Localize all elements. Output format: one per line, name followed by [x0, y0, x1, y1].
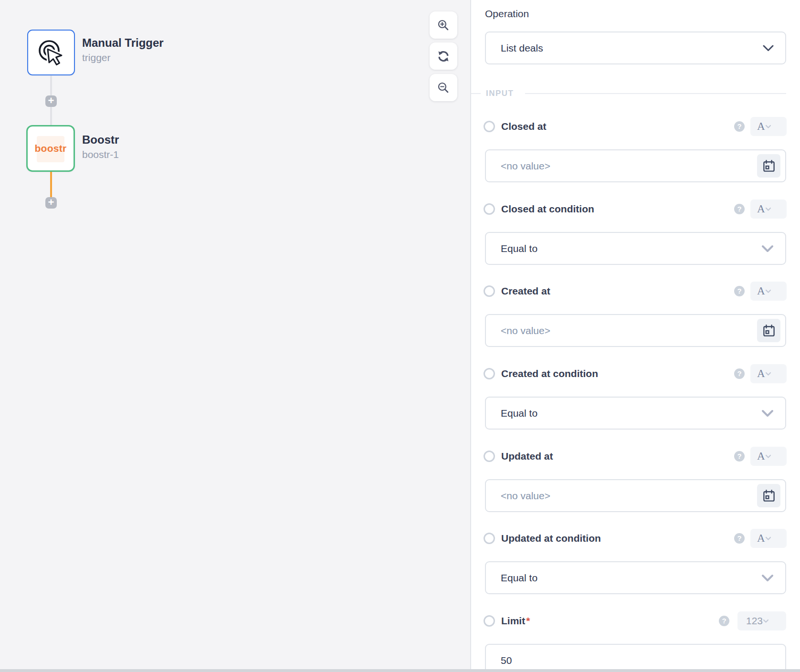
- field-label: Created at: [501, 285, 550, 297]
- chevron-down-icon: [765, 536, 771, 541]
- section-divider-line: [471, 93, 481, 94]
- calendar-button[interactable]: [757, 319, 780, 342]
- text-type-badge[interactable]: A: [750, 364, 787, 383]
- workflow-canvas[interactable]: Manual Trigger trigger + boostr Boostr b…: [0, 0, 470, 672]
- field-label: Updated at: [501, 451, 553, 462]
- field-label: Closed at condition: [501, 203, 594, 215]
- field-toggle-circle[interactable]: [484, 368, 495, 379]
- text-type-badge[interactable]: A: [750, 200, 787, 219]
- condition-select[interactable]: Equal to: [485, 232, 786, 265]
- manual-trigger-icon: [36, 38, 66, 67]
- chevron-down-icon: [761, 410, 774, 417]
- field-row: Updated at?A: [471, 451, 800, 462]
- placeholder-text: <no value>: [501, 160, 550, 172]
- condition-select[interactable]: Equal to: [485, 397, 786, 430]
- select-value: Equal to: [501, 572, 537, 584]
- placeholder-text: <no value>: [501, 490, 550, 502]
- date-input[interactable]: <no value>: [485, 314, 786, 347]
- type-badge-label: A: [757, 368, 765, 380]
- operation-label: Operation: [485, 8, 529, 20]
- type-badge-label: A: [757, 285, 765, 297]
- field-row: Limit*?123: [471, 615, 800, 627]
- input-section-label: INPUT: [486, 89, 514, 98]
- node-title: Boostr: [82, 133, 119, 147]
- type-badge-label: A: [757, 532, 765, 545]
- help-icon[interactable]: ?: [734, 121, 745, 132]
- node-boostr[interactable]: boostr: [26, 125, 75, 172]
- node-subtitle: trigger: [82, 52, 111, 63]
- field-row: Created at?A: [471, 285, 800, 297]
- bottom-edge-bar: [0, 669, 800, 672]
- select-value: Equal to: [501, 408, 537, 419]
- limit-input[interactable]: 50: [485, 644, 786, 672]
- node-subtitle: boostr-1: [82, 149, 119, 160]
- field-label-text: Created at: [501, 285, 550, 296]
- field-toggle-circle[interactable]: [484, 285, 495, 297]
- text-type-badge[interactable]: A: [750, 447, 787, 466]
- calendar-button[interactable]: [757, 484, 780, 507]
- help-icon[interactable]: ?: [734, 204, 745, 214]
- add-step-button[interactable]: +: [45, 197, 57, 209]
- connector-line-active: [50, 172, 52, 198]
- help-icon[interactable]: ?: [734, 533, 745, 544]
- node-title: Manual Trigger: [82, 36, 164, 50]
- text-type-badge[interactable]: A: [750, 529, 787, 548]
- calendar-icon: [762, 159, 776, 173]
- type-badge-label: A: [757, 203, 765, 215]
- field-toggle-circle[interactable]: [484, 533, 495, 544]
- field-row: Created at condition?A: [471, 368, 800, 379]
- calendar-button[interactable]: [757, 154, 780, 178]
- field-label: Limit*: [501, 615, 530, 627]
- refresh-icon: [437, 50, 450, 63]
- field-label-text: Updated at: [501, 451, 553, 462]
- field-label: Updated at condition: [501, 533, 601, 544]
- condition-select[interactable]: Equal to: [485, 561, 786, 594]
- field-toggle-circle[interactable]: [484, 615, 495, 627]
- field-label-text: Created at condition: [501, 368, 598, 379]
- boostr-logo: boostr: [34, 143, 66, 154]
- chevron-down-icon: [763, 619, 769, 623]
- chevron-down-icon: [761, 574, 774, 582]
- chevron-down-icon: [765, 289, 771, 294]
- field-label-text: Closed at: [501, 121, 547, 132]
- plus-icon: +: [48, 94, 54, 106]
- type-badge-label: 123: [746, 615, 763, 627]
- section-divider-line: [525, 93, 786, 94]
- node-manual-trigger[interactable]: [27, 30, 75, 75]
- workflow-builder: Manual Trigger trigger + boostr Boostr b…: [0, 0, 800, 672]
- zoom-in-button[interactable]: [430, 11, 457, 39]
- add-step-button[interactable]: +: [45, 95, 57, 107]
- help-icon[interactable]: ?: [734, 368, 745, 379]
- field-toggle-circle[interactable]: [484, 203, 495, 215]
- zoom-in-icon: [437, 19, 450, 32]
- text-type-badge[interactable]: A: [750, 117, 787, 136]
- field-label: Closed at: [501, 121, 547, 132]
- field-label-text: Updated at condition: [501, 533, 601, 544]
- help-icon[interactable]: ?: [734, 451, 745, 462]
- help-icon[interactable]: ?: [719, 616, 729, 626]
- text-type-badge[interactable]: A: [750, 282, 787, 301]
- help-icon[interactable]: ?: [734, 286, 745, 296]
- refresh-button[interactable]: [430, 42, 457, 70]
- field-row: Updated at condition?A: [471, 533, 800, 544]
- input-value: 50: [501, 655, 512, 666]
- field-toggle-circle[interactable]: [484, 121, 495, 132]
- chevron-down-icon: [765, 372, 771, 376]
- field-label-text: Closed at condition: [501, 203, 594, 214]
- chevron-down-icon: [765, 125, 771, 129]
- field-toggle-circle[interactable]: [484, 451, 495, 462]
- operation-select[interactable]: List deals: [485, 32, 786, 64]
- calendar-icon: [762, 489, 776, 503]
- field-label-text: Limit: [501, 615, 525, 626]
- input-section-header: INPUT: [471, 89, 800, 98]
- date-input[interactable]: <no value>: [485, 149, 786, 182]
- zoom-out-icon: [437, 81, 450, 94]
- date-input[interactable]: <no value>: [485, 479, 786, 512]
- zoom-out-button[interactable]: [430, 74, 457, 101]
- chevron-down-icon: [765, 207, 771, 211]
- required-asterisk: *: [526, 615, 530, 626]
- type-badge-label: A: [757, 450, 765, 462]
- select-value: Equal to: [501, 243, 537, 254]
- number-type-badge[interactable]: 123: [737, 611, 786, 630]
- placeholder-text: <no value>: [501, 325, 550, 336]
